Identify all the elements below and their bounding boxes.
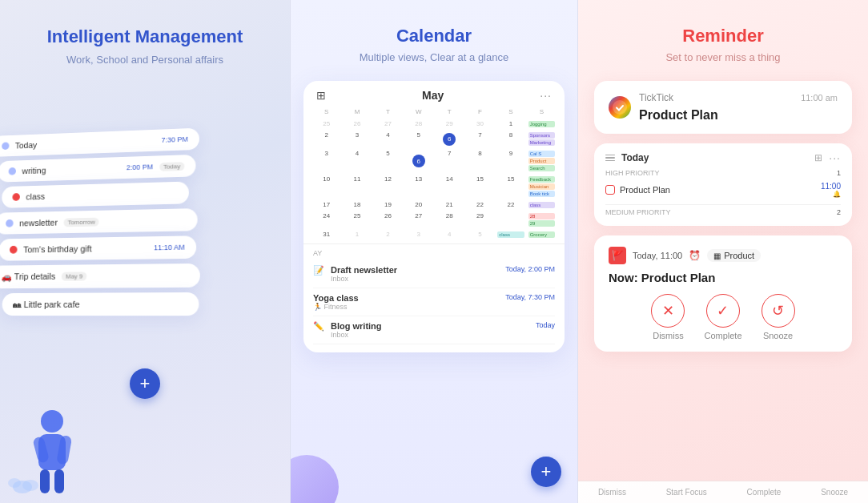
todo-task-time: 11:00 (821, 182, 841, 191)
cal-cell-17[interactable]: 17 (311, 199, 341, 210)
cal-cell-next1[interactable]: 1 (342, 229, 372, 239)
cal-cell-4[interactable]: 4 (373, 130, 403, 140)
decorative-shape (291, 447, 339, 503)
panel3-title: Reminder (682, 26, 763, 46)
agenda-item-2[interactable]: Yoga class 🏃 Fitness Today, 7:30 PM (313, 288, 555, 316)
agenda-item-3-info: Blog writing Inbox (331, 321, 382, 339)
cal-cell-30[interactable]: 30 (465, 119, 495, 130)
agenda-date-label: AY (313, 249, 555, 257)
cal-cell-27[interactable]: 27 (373, 119, 403, 130)
dismiss-icon[interactable]: ✕ (651, 294, 685, 328)
dismiss-button[interactable]: ✕ Dismiss (651, 294, 685, 340)
medium-priority-section: MEDIUM PRIORITY 2 (605, 208, 841, 216)
cal-cell-21a[interactable]: 21 (435, 199, 464, 210)
cal-cell-next2[interactable]: 2 (373, 229, 403, 239)
cal-cell-5b[interactable]: 5 (373, 148, 403, 159)
cal-cell-8[interactable]: 8 (496, 130, 525, 140)
agenda-item-1[interactable]: 📝 Draft newsletter Inbox Today, 2:00 PM (313, 260, 555, 288)
bottom-actions-bar: Dismiss Start Focus Complete Snooze (578, 481, 868, 503)
cal-cell-15a[interactable]: 15 (465, 174, 495, 184)
agenda-item-2-info: Yoga class 🏃 Fitness (313, 293, 359, 311)
cal-cell-next4[interactable]: 4 (435, 229, 464, 239)
complete-button[interactable]: ✓ Complete (704, 294, 741, 340)
todo-card-header: Today ⊞ ··· (605, 151, 841, 164)
agenda-item-1-time: Today, 2:00 PM (505, 265, 555, 273)
cal-cell-26[interactable]: 26 (342, 119, 372, 130)
day-header-w: W (404, 107, 433, 117)
cal-cell-7b[interactable]: 7 (435, 148, 464, 159)
stack-card-6: 🚗 Trip details May 9 (0, 264, 200, 288)
cal-cell-14[interactable]: 14 (435, 174, 464, 184)
stack-card-7: 🏘 Little park cafe (2, 292, 199, 316)
cal-cell-27b[interactable]: 27 (404, 211, 433, 221)
cal-cell-28b[interactable]: 28 (435, 211, 464, 221)
calendar-grid-icon: ⊞ (316, 89, 326, 102)
bottom-snooze-btn[interactable]: Snooze (821, 488, 848, 497)
bottom-dismiss-btn[interactable]: Dismiss (598, 488, 626, 497)
snooze-button[interactable]: ↺ Snooze (762, 294, 795, 340)
cal-cell-28[interactable]: 28 (404, 119, 433, 130)
cal-cell-6-today[interactable]: 6 (443, 133, 456, 146)
cal-cell-26b[interactable]: 26 (373, 211, 403, 221)
cal-cell-29[interactable]: 29 (435, 119, 464, 130)
cal-cell-3[interactable]: 3 (342, 130, 372, 140)
cal-cell-1[interactable]: 1 (496, 119, 525, 130)
cal-cell-5[interactable]: 5 (404, 130, 433, 140)
notification-header: TickTick 11:00 am (639, 92, 838, 103)
cal-cell-22b[interactable]: 22 (496, 199, 525, 210)
cal-cell-10[interactable]: 10 (311, 174, 341, 184)
notification-app-name: TickTick (639, 92, 673, 103)
complete-icon[interactable]: ✓ (706, 294, 740, 328)
cal-cell-2[interactable]: 2 (311, 130, 341, 140)
cal-cell-9[interactable]: 9 (496, 148, 525, 159)
card-text-cafe: 🏘 Little park cafe (13, 300, 80, 309)
agenda-item-3[interactable]: ✏️ Blog writing Inbox Today (313, 316, 555, 344)
cal-cell-12[interactable]: 12 (373, 174, 403, 184)
cal-cell-13[interactable]: 13 (404, 174, 433, 184)
fab-icon: + (140, 375, 151, 392)
cal-cell-24[interactable]: 24 (311, 211, 341, 221)
task-checkbox-red[interactable] (605, 185, 615, 195)
card-text-trip: 🚗 Trip details (2, 272, 56, 282)
calendar-grid: 25 26 27 28 29 30 1 Jogging 2 3 4 5 6 7 … (303, 119, 565, 243)
cal-cell-next5[interactable]: 5 (465, 229, 495, 239)
cal-events-row2: Cal S Product Search (527, 148, 557, 174)
bottom-complete-btn[interactable]: Complete (747, 488, 782, 497)
card-text-birthday: Tom's birthday gift (23, 243, 92, 254)
bottom-startfocus-btn[interactable]: Start Focus (666, 488, 707, 497)
cal-cell-7[interactable]: 7 (465, 130, 495, 140)
day-header-f: F (465, 107, 495, 117)
cal-cell-next3[interactable]: 3 (404, 229, 433, 239)
add-task-fab[interactable]: + (130, 368, 160, 399)
stack-card-1: Today 7:30 PM (0, 128, 199, 157)
snooze-icon[interactable]: ↺ (762, 294, 795, 328)
cal-row-5: 24 25 26 27 28 29 28 29 (311, 211, 557, 229)
cal-cell-25[interactable]: 25 (311, 119, 341, 130)
todo-card: Today ⊞ ··· HIGH PRIORITY 1 Product Plan… (594, 143, 852, 226)
cal-cell-6b[interactable]: 6 (412, 155, 425, 167)
todo-menu-dots[interactable]: ··· (829, 151, 841, 164)
add-event-fab[interactable]: + (531, 457, 561, 487)
cal-events-grocery: Grocery (527, 229, 557, 240)
cal-cell-20[interactable]: 20 (404, 199, 433, 210)
cal-cell-4b[interactable]: 4 (342, 148, 372, 159)
calendar-menu-dots[interactable]: ··· (540, 89, 552, 102)
cal-cell-19[interactable]: 19 (373, 199, 403, 210)
flag-icon: 🚩 (609, 247, 626, 264)
complete-label: Complete (704, 331, 741, 340)
cal-cell-22a[interactable]: 22 (465, 199, 495, 210)
cal-cell-25b[interactable]: 25 (342, 211, 372, 221)
todo-task-row[interactable]: Product Plan 11:00 🔔 (605, 179, 841, 201)
todo-task-meta: 11:00 🔔 (821, 182, 841, 198)
cal-cell-15b[interactable]: 15 (496, 174, 525, 184)
card-text-today: Today (15, 140, 38, 150)
agenda-item-1-title: Draft newsletter (331, 265, 397, 275)
cal-cell-11[interactable]: 11 (342, 174, 372, 184)
decorative-person (8, 399, 96, 503)
action-buttons: ✕ Dismiss ✓ Complete ↺ Snooze (609, 294, 838, 340)
cal-cell-29b[interactable]: 29 (465, 211, 495, 221)
cal-cell-31[interactable]: 31 (311, 229, 341, 239)
cal-cell-3b[interactable]: 3 (311, 148, 341, 159)
cal-cell-8b[interactable]: 8 (465, 148, 495, 159)
cal-cell-18[interactable]: 18 (342, 199, 372, 210)
